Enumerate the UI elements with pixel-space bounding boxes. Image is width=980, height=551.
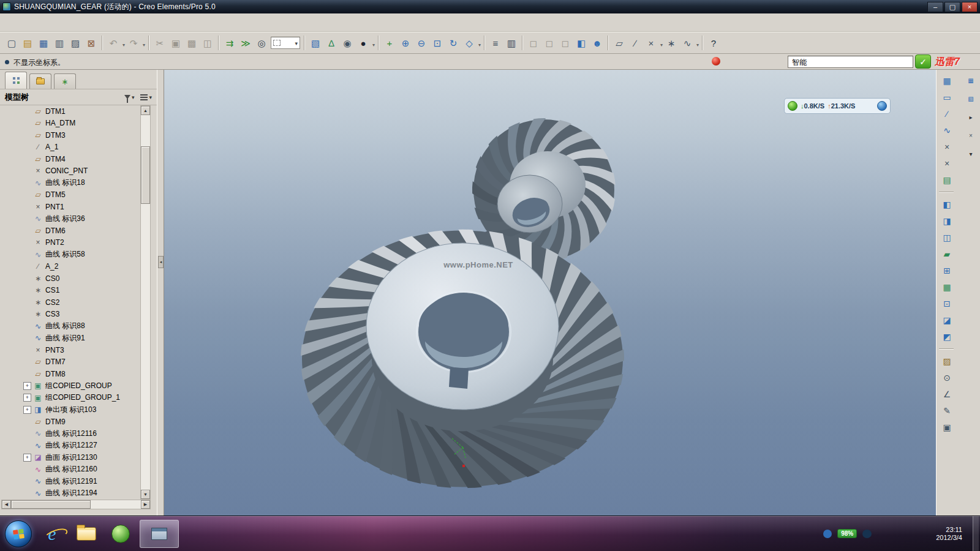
horizontal-scroll-thumb[interactable]	[11, 500, 91, 509]
sketch-datum-plane[interactable]: ▱	[611, 35, 627, 51]
tree-item[interactable]: 组COPIED_GROUP_1	[1, 392, 140, 404]
expand-icon[interactable]	[23, 418, 31, 425]
merge-surface-tool[interactable]: ⊞	[939, 263, 955, 278]
open-file[interactable]: ▤	[20, 35, 36, 51]
tab-model-tree[interactable]	[5, 72, 27, 89]
show-hidden-icons-button[interactable]	[795, 530, 804, 538]
palette-tool[interactable]: ▨	[939, 354, 955, 369]
tree-filter-button[interactable]	[124, 94, 135, 100]
expand-icon[interactable]	[23, 334, 31, 342]
redo[interactable]: ↷	[126, 35, 146, 51]
tree-item[interactable]: 曲线 标识91	[1, 332, 140, 345]
battery-indicator[interactable]: 98%	[837, 529, 857, 538]
expand-icon[interactable]	[23, 310, 31, 318]
clipboard-tool[interactable]: ▣	[939, 420, 955, 435]
tab-folder-browser[interactable]	[29, 73, 51, 89]
magnify-tool[interactable]: ⊙	[939, 370, 955, 385]
sketch-datum-point[interactable]: ×	[643, 35, 663, 51]
expand-icon[interactable]	[23, 131, 31, 139]
display-icon[interactable]	[877, 530, 886, 538]
menu-view[interactable]	[28, 20, 40, 25]
paste-special[interactable]: ◫	[200, 35, 216, 51]
fill-surface-tool[interactable]: ▰	[939, 247, 955, 261]
tree-item[interactable]: CS0	[1, 272, 140, 285]
tree-horizontal-scrollbar[interactable]	[1, 500, 151, 509]
tree-item[interactable]: DTM7	[1, 356, 140, 369]
explorer-taskbar-icon[interactable]	[71, 520, 102, 548]
line-tool[interactable]: ∕	[939, 107, 955, 121]
tree-settings-button[interactable]	[140, 94, 152, 100]
view-manager[interactable]: ▥	[503, 35, 519, 51]
zoom-out[interactable]: ⊖	[413, 35, 429, 51]
printer-icon[interactable]	[809, 530, 818, 538]
minimize-button[interactable]: –	[927, 2, 943, 12]
expand-icon[interactable]	[23, 119, 31, 127]
expand-icon[interactable]	[23, 441, 31, 449]
expand-icon[interactable]	[23, 263, 31, 271]
offset-surface-tool[interactable]: ◨	[939, 214, 955, 228]
expand-icon[interactable]	[23, 430, 31, 438]
regenerate-manager[interactable]: ≫	[238, 35, 254, 51]
trim-surface-tool[interactable]: ◩	[939, 329, 955, 344]
window-activate[interactable]: ◧	[573, 35, 589, 51]
expand-icon[interactable]	[23, 370, 31, 378]
tree-item[interactable]: DTM5	[1, 189, 140, 201]
mirror-tool[interactable]: ◫	[939, 230, 955, 245]
menu-info[interactable]	[65, 20, 77, 25]
datum-display[interactable]: ∆	[323, 35, 339, 51]
scroll-up-button[interactable]	[141, 106, 150, 115]
tree-item[interactable]: 曲线 标识58	[1, 249, 140, 261]
list-tool[interactable]: ▤	[939, 173, 955, 187]
selection-filter[interactable]	[271, 37, 300, 49]
creo-window-button[interactable]	[140, 520, 179, 548]
mini-flyout-right[interactable]: ▸	[965, 113, 976, 122]
print[interactable]: ▥	[51, 35, 67, 51]
scroll-down-button[interactable]	[141, 490, 150, 499]
repaint[interactable]: ↻	[445, 35, 461, 51]
tree-item[interactable]: CS2	[1, 296, 140, 309]
tree-item[interactable]: 曲线 标识36	[1, 213, 140, 225]
datum-grid-tool[interactable]: ▦	[939, 73, 955, 88]
tree-item[interactable]: DTM1	[1, 105, 140, 118]
keyboard-icon[interactable]	[891, 530, 900, 538]
volume-icon[interactable]	[919, 530, 928, 538]
sketch-datum-curve[interactable]: ∿	[679, 35, 699, 51]
vertical-scroll-thumb[interactable]	[141, 146, 150, 204]
expand-icon[interactable]	[23, 287, 31, 294]
help-icon[interactable]	[823, 530, 832, 538]
tree-item[interactable]: 曲线 标识12127	[1, 440, 140, 452]
tree-item[interactable]: CS1	[1, 285, 140, 297]
cut[interactable]: ✂	[152, 35, 168, 51]
tree-item[interactable]: 曲线 标识12160	[1, 463, 140, 476]
window-tile[interactable]: ◻	[541, 35, 557, 51]
pattern-tool[interactable]: ▦	[939, 280, 955, 294]
save-file[interactable]: ▦	[36, 35, 51, 51]
scroll-left-button[interactable]	[2, 500, 11, 509]
xunlei-logo[interactable]: 迅雷7	[935, 56, 960, 69]
tray-clock[interactable]: 23:11 2012/3/4	[936, 526, 962, 542]
expand-icon[interactable]	[23, 382, 31, 390]
expand-icon[interactable]	[23, 358, 31, 366]
measure-tool[interactable]: ∠	[939, 387, 955, 402]
saved-orientations[interactable]: ◇	[461, 35, 481, 51]
annotate-tool[interactable]: ✎	[939, 403, 955, 418]
expand-icon[interactable]	[23, 250, 31, 258]
expand-icon[interactable]	[23, 489, 31, 497]
xunlei-quick-icon[interactable]: ✓	[915, 54, 931, 69]
menu-edit[interactable]	[16, 20, 28, 25]
tree-item[interactable]: 伸出项 标识103	[1, 404, 140, 416]
print-setup[interactable]: ▨	[67, 35, 83, 51]
show-desktop-button[interactable]	[973, 516, 979, 551]
manikin-tool[interactable]: ☻	[589, 35, 605, 51]
tree-item[interactable]: DTM8	[1, 368, 140, 380]
menu-tools[interactable]	[89, 20, 102, 25]
expand-icon[interactable]	[23, 394, 31, 402]
menu-insert[interactable]	[40, 20, 53, 25]
expand-icon[interactable]	[23, 406, 31, 414]
spline-tool[interactable]: ∿	[939, 123, 955, 138]
undo[interactable]: ↶	[105, 35, 126, 51]
layers[interactable]: ≡	[488, 35, 503, 51]
tree-item[interactable]: 曲线 标识12116	[1, 428, 140, 440]
close-button[interactable]: ×	[962, 2, 978, 12]
expand-icon[interactable]	[23, 322, 31, 330]
